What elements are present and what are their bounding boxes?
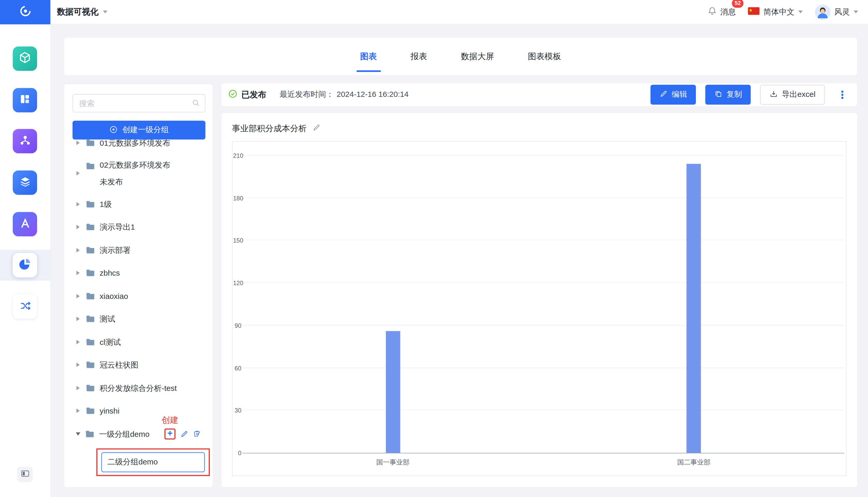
chevron-down-icon: [798, 11, 803, 13]
tree-item-label: 测试: [100, 313, 115, 324]
tree-item[interactable]: 冠云柱状图: [64, 353, 213, 377]
language-selector[interactable]: 简体中文: [748, 7, 803, 17]
layers-icon: [18, 175, 31, 190]
cube-icon: [18, 51, 31, 66]
tree-item[interactable]: 1级: [64, 193, 213, 216]
chart-title-row: 事业部积分成本分析: [232, 124, 321, 134]
tree-item-label: 演示部署: [100, 245, 131, 256]
copy-button[interactable]: 复制: [706, 85, 751, 104]
bar-国二事业部[interactable]: [687, 164, 701, 453]
tabs-bar: 图表 报表 数据大屏 图表模板: [64, 38, 857, 75]
rail-item-cube[interactable]: [13, 46, 37, 71]
delete-group-icon[interactable]: [193, 430, 201, 438]
folder-icon: [86, 338, 95, 346]
bar-国一事业部[interactable]: [386, 331, 400, 453]
main-content: 图表 报表 数据大屏 图表模板 创建一级分组 01元数据多环境发布02元数据多环…: [51, 24, 868, 497]
tree-item[interactable]: cl测试: [64, 330, 213, 353]
rail-item-org[interactable]: [13, 129, 37, 153]
check-circle-icon: [228, 89, 238, 100]
page-title: 数据可视化: [57, 7, 99, 17]
annotation-create-label: 创建: [162, 415, 178, 426]
add-subgroup-icon[interactable]: +: [167, 429, 173, 438]
logo-icon: [18, 4, 32, 20]
create-group-button[interactable]: 创建一级分组: [73, 120, 205, 140]
app-title-menu[interactable]: 数据可视化: [57, 7, 108, 17]
edit-button-label: 编辑: [672, 90, 687, 100]
messages-button[interactable]: 消息 52: [708, 6, 736, 18]
caret-right-icon[interactable]: [76, 294, 80, 298]
caret-down-icon[interactable]: [76, 432, 80, 436]
subgroup-name-input[interactable]: [101, 452, 205, 472]
caret-right-icon[interactable]: [76, 386, 80, 390]
gridline: [243, 325, 844, 326]
user-menu[interactable]: 风灵: [815, 4, 858, 20]
export-excel-button[interactable]: 导出excel: [760, 85, 825, 104]
tab-chart-templates[interactable]: 图表模板: [527, 48, 562, 65]
chart-card: 事业部积分成本分析 0306090120150180210国一事业部国二事业部: [222, 113, 857, 487]
rail-item-dashboard[interactable]: [13, 88, 37, 112]
data-visualization-app: 数据可视化 消息 52 简体中文 风灵: [0, 0, 868, 497]
tree-item[interactable]: 测试: [64, 308, 213, 330]
tree-item[interactable]: 01元数据多环境发布: [64, 140, 213, 154]
tab-reports[interactable]: 报表: [410, 48, 428, 65]
rail-item-shuffle[interactable]: [13, 295, 37, 319]
caret-right-icon[interactable]: [76, 248, 80, 252]
caret-right-icon[interactable]: [76, 409, 80, 413]
edit-title-icon[interactable]: [312, 124, 321, 134]
caret-right-icon[interactable]: [76, 271, 80, 275]
tree-item-labels: 测试: [100, 313, 115, 324]
annotation-input-box: [96, 448, 210, 476]
tree-item[interactable]: 演示部署: [64, 239, 213, 262]
tree-item-label: yinshi: [100, 405, 119, 416]
caret-right-icon[interactable]: [76, 141, 80, 145]
rail-item-charts-active[interactable]: [13, 253, 37, 277]
caret-right-icon[interactable]: [76, 225, 80, 229]
pencil-icon: [659, 90, 668, 100]
tree-item-labels: zbhcs: [100, 268, 120, 279]
caret-right-icon[interactable]: [76, 171, 80, 175]
tree-item-status: 未发布: [100, 176, 170, 187]
more-actions-button[interactable]: ⋮: [835, 89, 851, 100]
tree-item[interactable]: yinshi: [64, 399, 213, 422]
edit-button[interactable]: 编辑: [651, 85, 696, 104]
user-name: 风灵: [835, 7, 850, 17]
tree-item-labels: 冠云柱状图: [100, 359, 139, 370]
tab-data-screen[interactable]: 数据大屏: [460, 48, 495, 65]
tree-item-label: cl测试: [100, 336, 121, 347]
collapse-sidebar-button[interactable]: [17, 467, 32, 482]
tree-item[interactable]: 02元数据多环境发布未发布: [64, 154, 213, 193]
rail-item-layers[interactable]: [13, 170, 37, 195]
tree-item-labels: 一级分组demo: [99, 428, 150, 439]
status-badge: 已发布: [241, 89, 266, 100]
tree-item-labels: yinshi: [100, 405, 119, 416]
caret-right-icon[interactable]: [76, 340, 80, 344]
folder-icon: [86, 200, 95, 208]
gridline: [243, 282, 844, 283]
y-axis-tick-label: 180: [233, 195, 241, 201]
tree-item[interactable]: 一级分组demo创建+: [64, 422, 213, 445]
tree-item[interactable]: 积分发放综合分析-test: [64, 377, 213, 399]
bar-chart: 0306090120150180210国一事业部国二事业部: [232, 141, 846, 476]
caret-right-icon[interactable]: [76, 363, 80, 367]
group-tree: 01元数据多环境发布02元数据多环境发布未发布1级演示导出1演示部署zbhcsx…: [64, 140, 213, 487]
rail-item-ai[interactable]: [13, 212, 37, 236]
y-axis-tick-label: 150: [233, 237, 241, 244]
tab-charts[interactable]: 图表: [359, 48, 378, 65]
tree-item[interactable]: 演示导出1: [64, 216, 213, 239]
folder-icon: [86, 407, 95, 415]
publish-time: 最近发布时间： 2024-12-16 16:20:14: [280, 90, 409, 100]
search-input[interactable]: [73, 94, 205, 112]
shuffle-icon: [18, 299, 31, 314]
tree-item[interactable]: zbhcs: [64, 262, 213, 285]
search-box: [73, 94, 205, 112]
chevron-down-icon: [103, 11, 108, 13]
tree-item-label: 积分发放综合分析-test: [100, 382, 177, 394]
caret-right-icon[interactable]: [76, 202, 80, 207]
folder-icon: [86, 269, 95, 277]
tree-item[interactable]: xiaoxiao: [64, 285, 213, 308]
tree-item-label: xiaoxiao: [100, 290, 128, 302]
publish-status: 已发布: [228, 89, 266, 100]
message-count-badge: 52: [732, 0, 743, 8]
edit-group-icon[interactable]: [181, 430, 188, 438]
caret-right-icon[interactable]: [76, 317, 80, 321]
